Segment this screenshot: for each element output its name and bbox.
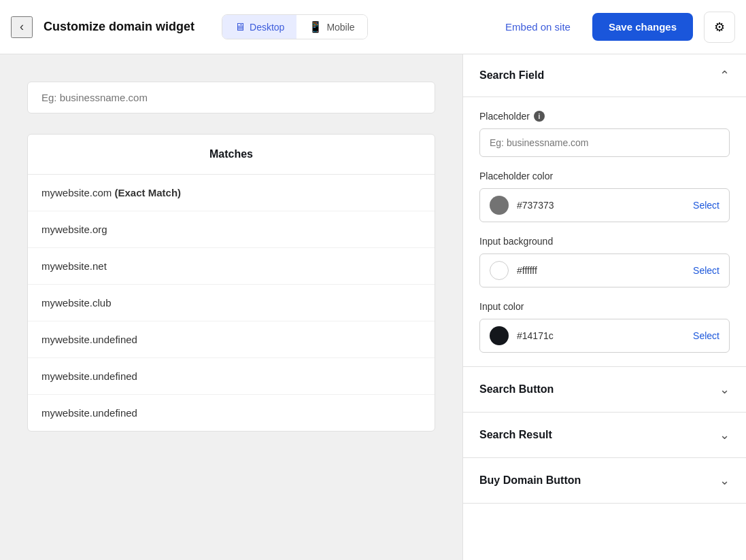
list-item: mywebsite.club: [28, 285, 435, 321]
placeholder-color-swatch: [490, 196, 509, 215]
input-bg-swatch: [490, 261, 509, 280]
embed-button[interactable]: Embed on site: [494, 16, 581, 38]
placeholder-color-field: #737373 Select: [479, 188, 730, 222]
input-bg-value: #ffffff: [517, 265, 685, 276]
mobile-icon: 📱: [309, 20, 322, 33]
placeholder-color-row: Placeholder color #737373 Select: [479, 171, 730, 222]
input-color-row: Input color #14171c Select: [479, 301, 730, 353]
placeholder-color-select[interactable]: Select: [693, 200, 719, 211]
search-result-chevron-down-icon: ⌄: [719, 427, 730, 442]
input-color-value: #14171c: [517, 330, 685, 341]
list-item: mywebsite.net: [28, 248, 435, 285]
input-bg-field: #ffffff Select: [479, 253, 730, 287]
list-item: mywebsite.undefined: [28, 395, 435, 431]
settings-panel: Search Field ⌃ Placeholder i Placeholder…: [462, 54, 746, 560]
search-button-label: Search Button: [479, 383, 554, 396]
buy-domain-chevron-down-icon: ⌄: [719, 473, 730, 488]
header: ‹ Customize domain widget 🖥 Desktop 📱 Mo…: [0, 0, 746, 54]
search-result-section[interactable]: Search Result ⌄: [463, 413, 746, 458]
search-result-label: Search Result: [479, 429, 552, 441]
search-field-content: Placeholder i Placeholder color #737373 …: [463, 97, 746, 367]
settings-gear-button[interactable]: ⚙: [704, 12, 735, 43]
matches-section: Matches mywebsite.com (Exact Match) mywe…: [27, 134, 435, 432]
buy-domain-section[interactable]: Buy Domain Button ⌄: [463, 458, 746, 504]
list-item: mywebsite.com (Exact Match): [28, 175, 435, 211]
save-button[interactable]: Save changes: [592, 13, 693, 41]
input-color-field: #14171c Select: [479, 319, 730, 353]
preview-panel: Eg: businessname.com Matches mywebsite.c…: [0, 54, 462, 560]
input-bg-row: Input background #ffffff Select: [479, 236, 730, 287]
back-button[interactable]: ‹: [11, 16, 33, 38]
mobile-view-button[interactable]: 📱 Mobile: [296, 15, 367, 39]
list-item: mywebsite.undefined: [28, 321, 435, 358]
placeholder-color-value: #737373: [517, 200, 685, 211]
gear-icon: ⚙: [714, 20, 725, 35]
info-icon: i: [534, 111, 545, 122]
placeholder-input[interactable]: [479, 128, 730, 157]
chevron-up-icon: ⌃: [719, 68, 730, 83]
main-layout: Eg: businessname.com Matches mywebsite.c…: [0, 54, 746, 560]
list-item: mywebsite.undefined: [28, 358, 435, 395]
page-title: Customize domain widget: [44, 20, 194, 34]
desktop-view-button[interactable]: 🖥 Desktop: [222, 15, 296, 39]
matches-title: Matches: [28, 135, 435, 175]
buy-domain-label: Buy Domain Button: [479, 474, 581, 487]
input-color-swatch: [490, 326, 509, 345]
view-toggle: 🖥 Desktop 📱 Mobile: [222, 14, 368, 39]
search-field-preview: Eg: businessname.com: [27, 82, 435, 113]
search-button-chevron-down-icon: ⌄: [719, 382, 730, 397]
input-color-select[interactable]: Select: [693, 330, 719, 341]
input-bg-select[interactable]: Select: [693, 265, 719, 276]
search-field-section-header[interactable]: Search Field ⌃: [463, 54, 746, 97]
placeholder-label: Placeholder i: [479, 111, 730, 122]
search-field-label: Search Field: [479, 69, 544, 82]
list-item: mywebsite.org: [28, 211, 435, 248]
desktop-icon: 🖥: [235, 21, 245, 33]
search-button-section[interactable]: Search Button ⌄: [463, 367, 746, 413]
